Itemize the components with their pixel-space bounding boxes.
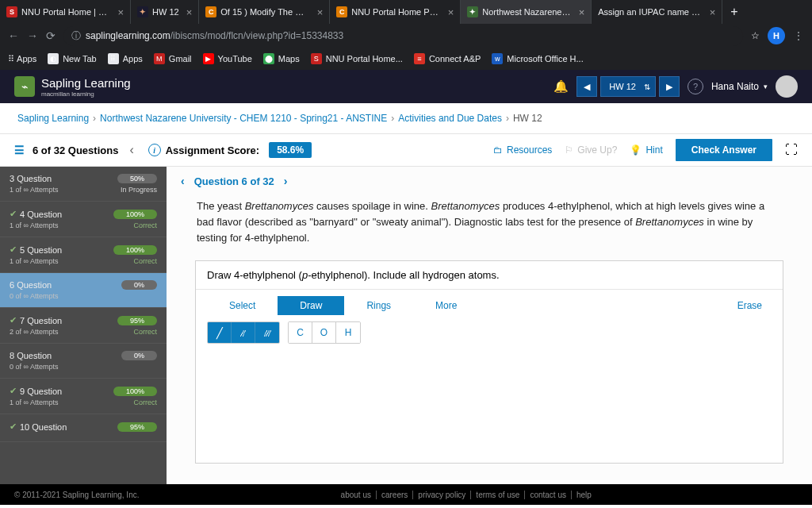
atom-c-button[interactable]: C [289, 322, 312, 343]
url-host: saplinglearning.com [86, 30, 170, 41]
question-pager: ‹ Question 6 of 32 › [167, 167, 812, 195]
problem-text: The yeast Brettanomyces causes spoilage … [167, 195, 812, 249]
sidebar-question-item[interactable]: 8 Question 0% 0 of ∞ Attempts [0, 344, 167, 379]
prev-question-nav[interactable]: ‹ [129, 143, 133, 157]
copyright: © 2011-2021 Sapling Learning, Inc. [14, 491, 139, 499]
sidebar-question-item[interactable]: ✔9 Question 100% 1 of ∞ AttemptsCorrect [0, 379, 167, 414]
atom-o-button[interactable]: O [312, 322, 336, 343]
tool-tab-select[interactable]: Select [207, 296, 278, 315]
tool-tab-more[interactable]: More [413, 296, 479, 315]
footer-link[interactable]: privacy policy [418, 491, 471, 499]
score-pill: 0% [121, 351, 157, 360]
tab-title: Northwest Nazarene Univer [482, 7, 571, 17]
browser-tab[interactable]: COf 15 ) Modify The Molecu× [199, 0, 330, 24]
browser-tab[interactable]: CNNU Portal Home Portal X× [330, 0, 461, 24]
sapling-logo-icon: ⌁ [14, 76, 35, 97]
score-pill: 0% [121, 280, 157, 290]
tool-tab-draw[interactable]: Draw [278, 296, 344, 315]
prev-assignment-button[interactable]: ◀ [576, 76, 597, 97]
url-bar[interactable]: ⓘ saplinglearning.com/ibiscms/mod/flcn/v… [63, 26, 743, 46]
sidebar-question-item[interactable]: ✔7 Question 95% 2 of ∞ AttemptsCorrect [0, 308, 167, 344]
browser-menu-icon[interactable]: ⋮ [793, 29, 804, 42]
atom-h-button[interactable]: H [336, 322, 360, 343]
pager-next[interactable]: › [284, 175, 288, 187]
info-icon[interactable]: i [148, 144, 161, 156]
pager-label: Question 6 of 32 [194, 175, 274, 187]
user-avatar[interactable] [776, 75, 798, 98]
hint-button[interactable]: 💡 Hint [630, 144, 662, 156]
tab-title: Assign an IUPAC name to e [598, 7, 702, 17]
erase-button[interactable]: Erase [737, 300, 762, 311]
footer-link[interactable]: careers [381, 491, 413, 499]
forward-button[interactable]: → [27, 29, 38, 42]
tab-close-icon[interactable]: × [710, 6, 716, 18]
sidebar-question-item[interactable]: 6 Question 0% 0 of ∞ Attempts [0, 273, 167, 308]
triple-bond-button[interactable]: ⫻ [255, 322, 279, 343]
bookmark-item[interactable]: ⠿Apps [108, 53, 143, 64]
breadcrumb-link[interactable]: Sapling Learning [17, 113, 89, 124]
app-header: ⌁ Sapling Learning macmillan learning 🔔 … [0, 70, 812, 103]
breadcrumb-link[interactable]: Northwest Nazarene University - CHEM 121… [100, 113, 387, 124]
bookmark-item[interactable]: wMicrosoft Office H... [492, 53, 583, 64]
sidebar-question-item[interactable]: ✔10 Question 95% [0, 414, 167, 442]
single-bond-button[interactable]: ╱ [208, 322, 232, 343]
browser-tab[interactable]: SNNU Portal Home | Portal× [0, 0, 131, 24]
tab-close-icon[interactable]: × [186, 6, 193, 18]
notifications-icon[interactable]: 🔔 [553, 79, 569, 94]
drawing-canvas[interactable] [196, 344, 783, 463]
tab-favicon: C [205, 6, 216, 17]
footer-link[interactable]: contact us [530, 491, 572, 499]
tab-close-icon[interactable]: × [579, 6, 585, 18]
resources-button[interactable]: 🗀 Resources [493, 144, 552, 156]
bookmark-item[interactable]: ≡Connect A&P [414, 53, 481, 64]
tab-favicon: C [336, 6, 347, 17]
apps-grid-icon[interactable]: ⠿ Apps [8, 54, 36, 64]
help-icon[interactable]: ? [688, 79, 703, 94]
bookmark-star-icon[interactable]: ☆ [751, 30, 760, 41]
footer-link[interactable]: about us [341, 491, 377, 499]
double-bond-button[interactable]: ⫽ [232, 322, 255, 343]
tool-tab-rings[interactable]: Rings [344, 296, 413, 315]
attempts-text: 1 of ∞ Attempts [10, 186, 58, 194]
question-title: 10 Question [20, 422, 67, 432]
breadcrumb-link[interactable]: Activities and Due Dates [398, 113, 502, 124]
fullscreen-icon[interactable]: ⛶ [785, 143, 798, 157]
browser-tab[interactable]: ✦Northwest Nazarene Univer× [461, 0, 592, 24]
score-label: Assignment Score: [166, 144, 259, 156]
tab-close-icon[interactable]: × [448, 6, 454, 18]
check-icon: ✔ [10, 421, 17, 432]
user-menu[interactable]: Hana Naito ▾ [711, 81, 768, 92]
footer-links: about uscareersprivacy policyterms of us… [341, 491, 596, 499]
bookmark-icon: w [492, 53, 503, 64]
check-answer-button[interactable]: Check Answer [676, 139, 772, 161]
brand-name: Sapling Learning [41, 76, 131, 90]
footer-link[interactable]: help [576, 491, 596, 499]
bookmark-item[interactable]: ▶YouTube [203, 53, 252, 64]
status-text: Correct [133, 221, 157, 229]
bookmark-item[interactable]: ◐New Tab [48, 53, 97, 64]
question-counter: 6 of 32 Questions [33, 144, 118, 156]
browser-tab[interactable]: ✦HW 12× [131, 0, 199, 24]
question-list-icon[interactable]: ☰ [14, 144, 25, 156]
address-bar-row: ← → ⟳ ⓘ saplinglearning.com/ibiscms/mod/… [0, 24, 812, 48]
attempts-text: 1 of ∞ Attempts [10, 221, 58, 229]
reload-button[interactable]: ⟳ [46, 29, 56, 42]
sidebar-question-item[interactable]: ✔5 Question 100% 1 of ∞ AttemptsCorrect [0, 237, 167, 273]
sidebar-question-item[interactable]: ✔4 Question 100% 1 of ∞ AttemptsCorrect [0, 202, 167, 237]
footer-link[interactable]: terms of use [476, 491, 525, 499]
browser-tab[interactable]: Assign an IUPAC name to e× [592, 0, 722, 24]
bookmark-item[interactable]: MGmail [154, 53, 192, 64]
score-value: 58.6% [269, 142, 312, 158]
tab-close-icon[interactable]: × [117, 6, 124, 18]
bookmark-item[interactable]: SNNU Portal Home... [311, 53, 403, 64]
profile-badge[interactable]: H [768, 27, 785, 44]
tab-close-icon[interactable]: × [317, 6, 324, 18]
new-tab-button[interactable]: + [722, 5, 745, 19]
pager-prev[interactable]: ‹ [181, 175, 185, 187]
assignment-select[interactable]: HW 12 [600, 76, 656, 97]
sapling-logo[interactable]: ⌁ Sapling Learning macmillan learning [14, 76, 131, 98]
sidebar-question-item[interactable]: 3 Question 50% 1 of ∞ AttemptsIn Progres… [0, 167, 167, 202]
next-assignment-button[interactable]: ▶ [659, 76, 680, 97]
back-button[interactable]: ← [8, 29, 19, 42]
bookmark-item[interactable]: ⬤Maps [263, 53, 300, 64]
